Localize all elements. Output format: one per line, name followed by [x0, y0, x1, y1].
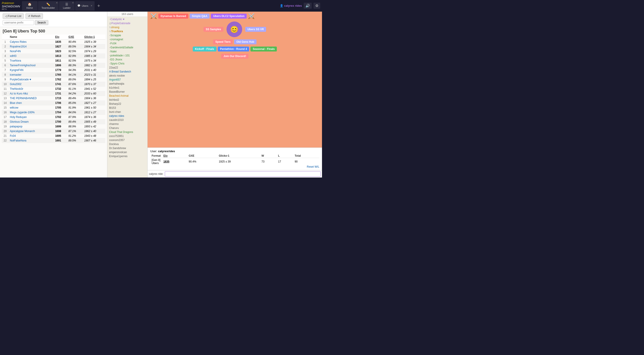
user-list-item[interactable]: Bl153 [109, 106, 146, 110]
player-name-link[interactable]: Mega zygarde-100% [10, 111, 35, 114]
tag-simple-button[interactable]: Simple Q&A [190, 14, 210, 19]
player-name-link[interactable]: NotFalseNora [10, 139, 26, 142]
user-list-item[interactable]: +cromagnet [109, 37, 146, 42]
tag-ubers-vr-button[interactable]: Ubers SS VR [245, 27, 266, 32]
player-name-link[interactable]: Golu2002 [10, 83, 22, 86]
user-list-item[interactable]: calyrex rides [109, 114, 146, 118]
player-name-link[interactable]: THE PERMABANNED [10, 97, 37, 100]
tag-discord-button[interactable]: Join Our Discord! [221, 54, 248, 59]
add-tab-button[interactable]: + [95, 1, 102, 11]
user-list-item[interactable]: Charuru [109, 126, 146, 130]
col-elo[interactable]: Elo [54, 35, 67, 40]
tab-ladder[interactable]: ✕ ☰ Ladder [59, 1, 75, 11]
player-name-link[interactable]: xdhf3 [10, 54, 16, 58]
teambuilder-close-icon[interactable]: ✕ [56, 2, 58, 4]
ladder-close-icon[interactable]: ✕ [72, 2, 74, 4]
elo-cell: 1700 [54, 120, 67, 124]
player-name-link[interactable]: Holy Reduyan [10, 116, 26, 119]
search-button[interactable]: Search [35, 20, 48, 25]
tag-kickoff-button[interactable]: Kickoff - Finals [193, 47, 216, 52]
user-list-item[interactable]: +EG Jhonx [109, 58, 146, 62]
user-list-item[interactable]: +pokeblade☆101 [109, 54, 146, 58]
volume-button[interactable]: 🔊 [304, 3, 312, 9]
user-list-item[interactable]: chanmo [109, 122, 146, 126]
user-list-item[interactable]: +Spyro Chris [109, 62, 146, 66]
search-input[interactable] [3, 20, 34, 25]
user-list-item[interactable]: @PurpleGatorade [109, 21, 146, 25]
tag-ss-samples-button[interactable]: SS Samples [204, 27, 224, 32]
user-name: Enrique1perres [109, 155, 128, 158]
col-glicko[interactable]: Glicko-1 [83, 35, 105, 40]
user-list-item[interactable]: Dr.Sandshrew [109, 146, 146, 150]
user-list-item[interactable]: coco753951 [109, 134, 146, 138]
player-name-link[interactable]: KyogreF4N [10, 69, 24, 72]
user-list-item[interactable]: 22aa22 [109, 66, 146, 70]
user-list-item[interactable]: %shrang [109, 25, 146, 29]
tag-dlc-button[interactable]: Ubers DLC2 Speculation [211, 14, 247, 19]
settings-button[interactable]: ⚙ [314, 3, 320, 9]
col-gxe[interactable]: GXE [67, 35, 83, 40]
tag-seasonal-button[interactable]: Seasonal - Finals [250, 47, 277, 52]
user-list-item[interactable]: Dockiva [109, 142, 146, 146]
table-row: 6 TannerFrmHghschool 1806 88.3% 1882 ± 3… [2, 63, 105, 68]
user-rank-symbol: @ [109, 22, 111, 25]
player-name-link[interactable]: Ropalme1914 [10, 45, 26, 48]
banner-icon-right: ⚔️ [248, 13, 255, 19]
rankings-table: Name Elo GXE Glicko-1 1 Calyrex Rides 18… [2, 35, 105, 143]
user-list-item[interactable]: ~Catalystic ♥ [109, 17, 146, 21]
tab-home[interactable]: 🏠 Home [22, 1, 38, 11]
user-link[interactable]: 👤 calyrex rides [280, 4, 302, 8]
user-list-item[interactable]: +Nalei [109, 50, 146, 54]
player-name-link[interactable]: Fc04 [10, 134, 16, 137]
user-list-item[interactable]: BasedBurner [109, 90, 146, 94]
tab-ubers[interactable]: 💬 Ubers ✕ [75, 1, 94, 11]
nav-tabs: 🏠 Home ✕ ✏️ Teambuilder ✕ ☰ Ladder 💬 Ube… [22, 1, 102, 11]
user-list-item[interactable]: bichboi2 [109, 98, 146, 102]
player-name-link[interactable]: willcow [10, 106, 18, 109]
user-list-item[interactable]: emperorvolcan [109, 150, 146, 154]
player-name-link[interactable]: TrueNora [10, 59, 21, 62]
user-list-item[interactable]: +Scrappie [109, 33, 146, 37]
user-list-item[interactable]: awrhahwajta [109, 82, 146, 86]
format-list-button[interactable]: ◁ Format List [3, 14, 24, 19]
tag-penta-button[interactable]: Pentathlon - Round 4 [218, 47, 249, 52]
player-name-link[interactable]: Az to Kuro Alkz [10, 92, 28, 95]
user-list-item[interactable]: buni-chan [109, 110, 146, 114]
user-list-item[interactable]: caustin1010 [109, 118, 146, 122]
logo[interactable]: Pokémon SHOWDOWN BETA [2, 1, 20, 10]
user-list-item[interactable]: Cloud That Dragons [109, 130, 146, 134]
user-list-item[interactable]: Beached Animal [109, 94, 146, 98]
tag-dynamax-button[interactable]: Dynamax Is Banned [158, 14, 188, 19]
user-list-item[interactable]: Enrique1perres [109, 154, 146, 158]
user-name: coonom2357 [109, 139, 124, 142]
user-list-item[interactable]: %TrueNora [109, 29, 146, 33]
search-row: Search [3, 20, 104, 25]
user-list-item[interactable]: coonom2357 [109, 138, 146, 142]
player-name-link[interactable]: PurpleGatorade ♥ [10, 78, 31, 81]
reset-wl-link[interactable]: Reset W/L [307, 165, 319, 168]
ubers-close-icon[interactable]: ✕ [90, 5, 92, 7]
player-name-link[interactable]: palapapop [10, 125, 22, 128]
player-name-link[interactable]: TannerFrmHghschool [10, 64, 36, 67]
tag-old-gens-button[interactable]: Old Gens Hub [234, 39, 256, 44]
player-name-link[interactable]: Apocalypse Monarch [10, 130, 35, 133]
player-name-link[interactable]: Calyrex Rides [10, 40, 26, 44]
user-list-item[interactable]: alexis noobie [109, 74, 146, 78]
user-list-item[interactable]: b1chbo1 [109, 86, 146, 90]
player-name-link[interactable]: icemaster [10, 73, 22, 76]
player-name-link[interactable]: Glorious Dream [10, 120, 28, 123]
user-list-item[interactable]: Bisharp22 [109, 102, 146, 106]
refresh-button[interactable]: ↺ Refresh [26, 14, 43, 19]
user-list-item[interactable]: A Bread Sandwich [109, 70, 146, 74]
toolbar-row: ◁ Format List ↺ Refresh [3, 14, 104, 19]
user-list-item[interactable]: Argon657 [109, 78, 146, 82]
tag-speed-button[interactable]: Speed Tiers [213, 39, 233, 44]
tab-teambuilder[interactable]: ✕ ✏️ Teambuilder [38, 1, 58, 11]
user-list-item[interactable]: +Gardevoir&Gallade [109, 46, 146, 50]
player-name-link[interactable]: Blue chen [10, 101, 22, 105]
user-list-item[interactable]: +Fc04 [109, 42, 146, 46]
player-name-link[interactable]: NoraF4N [10, 50, 21, 53]
elo-cell: 1835 [54, 40, 67, 44]
chat-text-input[interactable] [165, 171, 321, 177]
player-name-link[interactable]: TheNoob3r [10, 87, 23, 90]
